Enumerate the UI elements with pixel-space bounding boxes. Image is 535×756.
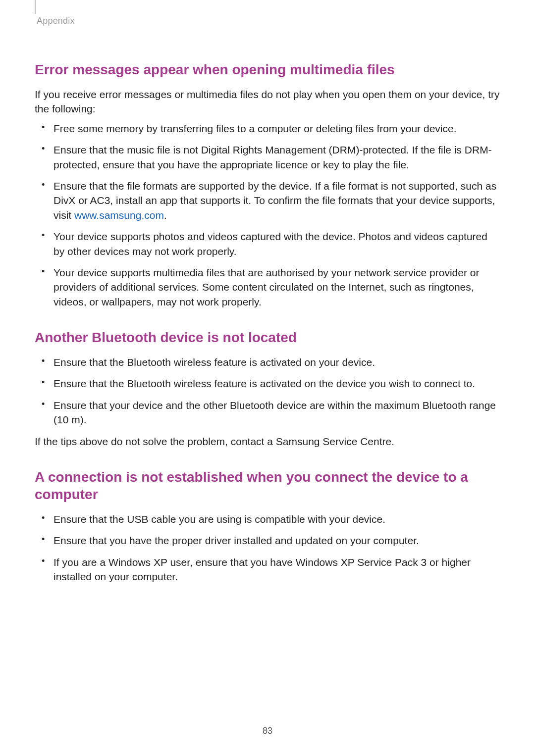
section-intro: If you receive error messages or multime… — [35, 87, 500, 116]
bullet-list: Ensure that the Bluetooth wireless featu… — [35, 355, 500, 427]
section-title-usb: A connection is not established when you… — [35, 468, 500, 503]
list-item: Ensure that the Bluetooth wireless featu… — [53, 376, 500, 391]
list-item: Ensure that your device and the other Bl… — [53, 398, 500, 427]
page-number: 83 — [0, 726, 535, 736]
list-item: Free some memory by transferring files t… — [53, 121, 500, 136]
list-item: Ensure that the file formats are support… — [53, 179, 500, 222]
bullet-list: Ensure that the USB cable you are using … — [35, 512, 500, 584]
list-item-post: . — [164, 209, 167, 221]
list-item: If you are a Windows XP user, ensure tha… — [53, 555, 500, 584]
list-item: Ensure that you have the proper driver i… — [53, 533, 500, 548]
section-title-bluetooth: Another Bluetooth device is not located — [35, 329, 500, 346]
list-item: Ensure that the USB cable you are using … — [53, 512, 500, 526]
section-outro: If the tips above do not solve the probl… — [35, 434, 500, 449]
list-item: Ensure that the Bluetooth wireless featu… — [53, 355, 500, 369]
page-body: Appendix Error messages appear when open… — [0, 0, 535, 584]
list-item: Your device supports photos and videos c… — [53, 229, 500, 258]
list-item: Ensure that the music file is not Digita… — [53, 143, 500, 172]
section-title-multimedia: Error messages appear when opening multi… — [35, 61, 500, 78]
bullet-list: Free some memory by transferring files t… — [35, 121, 500, 309]
section-label: Appendix — [37, 16, 500, 26]
list-item: Your device supports multimedia files th… — [53, 265, 500, 309]
samsung-link[interactable]: www.samsung.com — [74, 209, 164, 221]
header-rule — [35, 0, 36, 14]
